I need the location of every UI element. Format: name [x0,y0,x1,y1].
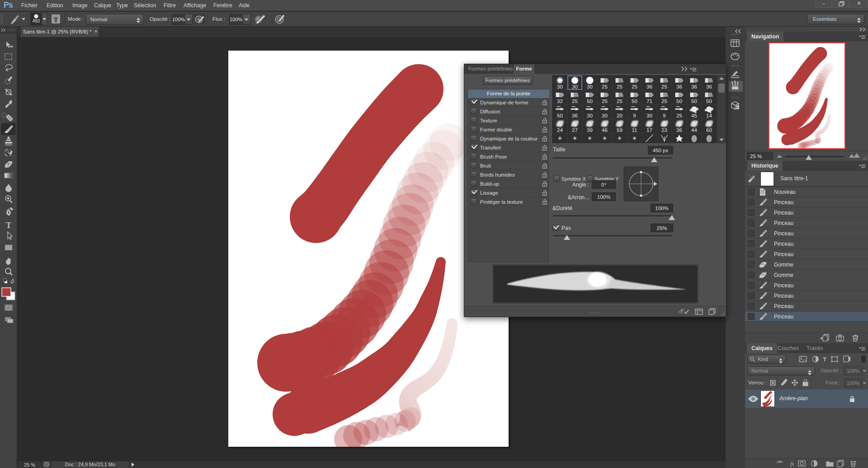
svg-text:fx: fx [790,461,794,467]
svg-text:50: 50 [676,98,682,104]
svg-text:46: 46 [602,127,608,133]
svg-text:20: 20 [617,113,623,118]
svg-text:36: 36 [676,127,682,133]
svg-text:45: 45 [691,113,697,118]
svg-text:25: 25 [676,113,682,118]
svg-text:60: 60 [706,127,712,133]
svg-text:25: 25 [602,84,608,89]
svg-text:50: 50 [706,98,712,104]
svg-text:30: 30 [587,84,593,89]
svg-text:32: 32 [557,98,563,104]
svg-text:25: 25 [572,98,578,104]
svg-text:30: 30 [602,113,608,118]
svg-text:25: 25 [661,98,667,104]
svg-text:50: 50 [632,98,637,104]
svg-text:36: 36 [676,84,682,89]
svg-text:24: 24 [557,127,563,133]
svg-text:25: 25 [617,98,623,104]
svg-text:23: 23 [661,127,667,133]
svg-text:T: T [823,356,826,363]
svg-text:9: 9 [633,113,636,118]
svg-text:44: 44 [691,127,697,133]
svg-text:39: 39 [587,127,593,133]
svg-text:30: 30 [587,113,593,118]
svg-text:36: 36 [691,84,697,89]
svg-text:50: 50 [691,98,697,104]
svg-text:450: 450 [33,19,40,23]
svg-text:71: 71 [646,98,652,104]
svg-text:11: 11 [632,127,637,133]
svg-text:25: 25 [617,84,623,89]
svg-text:14: 14 [706,113,712,118]
svg-text:30: 30 [572,84,578,89]
svg-text:T: T [6,221,11,230]
svg-text:30: 30 [557,84,563,89]
svg-text:36: 36 [646,84,652,89]
svg-text:30: 30 [646,113,652,118]
svg-text:59: 59 [617,127,623,133]
svg-text:25: 25 [602,98,608,104]
svg-text:25: 25 [661,84,667,89]
svg-text:50: 50 [557,113,563,118]
svg-text:25: 25 [632,84,637,89]
svg-text:36: 36 [706,84,712,89]
svg-text:36: 36 [572,113,578,118]
svg-text:50: 50 [587,98,593,104]
svg-text:17: 17 [646,127,652,133]
svg-text:9: 9 [663,113,665,118]
svg-text:27: 27 [572,127,578,133]
